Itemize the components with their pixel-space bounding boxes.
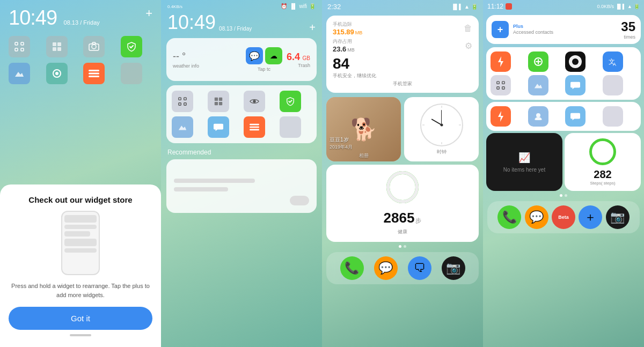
weather-widget[interactable]: -- ° weather info 💬 ☁ Tap tc 6.4 GB Tras…: [166, 38, 317, 81]
p2-app-grid[interactable]: [208, 91, 229, 112]
app-icon-menu[interactable]: [83, 63, 105, 84]
weather-label: weather info: [173, 63, 246, 69]
panel4-time: 11:12: [487, 3, 503, 10]
memory-label: 手机边际: [333, 21, 362, 28]
plus-accessed-widget[interactable]: + Plus Accessed contacts 35 times: [486, 15, 641, 44]
dock-chat[interactable]: 🗨: [408, 256, 431, 280]
p4-dot-1: [560, 194, 562, 197]
dock: 📞 💬 🗨 📷: [326, 252, 479, 284]
app-icon-multi[interactable]: [121, 63, 142, 84]
svg-rect-21: [215, 102, 218, 105]
panel1-plus-button[interactable]: +: [145, 6, 152, 20]
bottom-indicator: [70, 334, 91, 336]
settings-small-icon[interactable]: ⚙: [465, 41, 472, 51]
p4-dock-camera[interactable]: 📷: [606, 205, 630, 229]
svg-point-34: [536, 113, 540, 117]
panel4-dock: 📞 💬 Beta ＋ 📷: [487, 201, 640, 233]
app-icon-camera[interactable]: [83, 36, 105, 57]
dock-messages[interactable]: 💬: [374, 256, 398, 280]
rec-toggle[interactable]: [290, 196, 309, 205]
app-grid-top: 文A: [486, 47, 641, 100]
svg-rect-25: [250, 127, 259, 128]
clock-face: [420, 104, 463, 146]
steps-value: 2865: [384, 210, 415, 226]
accessed-label: Accessed contacts: [513, 29, 553, 36]
two-col-bottom: 📈 No items here yet 282 Steps( steps): [486, 133, 641, 191]
app-icon-chat[interactable]: 💬: [246, 47, 263, 64]
mockup-bar-3: [64, 231, 90, 237]
p2-app-screenshot[interactable]: [172, 91, 193, 112]
dock-phone[interactable]: 📞: [340, 256, 364, 280]
p4-app-eye-dark[interactable]: [565, 51, 586, 72]
p4-dock-beta[interactable]: Beta: [552, 205, 575, 229]
panel1-app-grid: [0, 32, 161, 88]
steps-label: 健康: [335, 228, 470, 235]
tap-label: Tap tc: [258, 67, 270, 72]
p4-app-charge[interactable]: [491, 51, 511, 72]
app-icon-cloud[interactable]: ☁: [265, 47, 282, 64]
got-it-button[interactable]: Got it: [9, 307, 152, 330]
p4-app-charge2[interactable]: [491, 106, 511, 127]
panel2-date: 08.13 / Friday: [219, 26, 252, 32]
app-icon-security[interactable]: [121, 36, 142, 57]
p4-app-plus[interactable]: [528, 51, 548, 72]
svg-rect-0: [15, 42, 18, 45]
svg-rect-20: [219, 98, 222, 101]
p2-app-multi[interactable]: [280, 116, 301, 138]
trash-delete-icon[interactable]: 🗑: [464, 24, 472, 33]
panel2-time-row: 10:49 08.13 / Friday +: [161, 10, 322, 36]
svg-rect-30: [497, 82, 500, 84]
p2-app-orange[interactable]: [244, 116, 265, 138]
p3-battery-icon: 🔋: [471, 4, 478, 10]
p4-app-messages3[interactable]: [565, 106, 586, 127]
p2-app-security[interactable]: [280, 91, 301, 112]
dock-camera[interactable]: 📷: [442, 256, 465, 280]
times-label: times: [621, 34, 635, 40]
p4-dock-add[interactable]: ＋: [579, 205, 602, 229]
p4-app-screenshot2[interactable]: [491, 75, 511, 95]
app-icon-grid[interactable]: [46, 36, 68, 57]
mem-label2: 内存占用: [333, 38, 355, 45]
p4-app-weather[interactable]: [528, 106, 548, 127]
panel4-app-indicator: [506, 3, 512, 10]
recommended-card: [166, 159, 317, 213]
p4-speed-icon: 0.0KB/s: [597, 4, 614, 9]
svg-text:A: A: [613, 62, 616, 67]
panel-3: 2:32 ▐▌▌ ▲ 🔋 手机边际 315.89 MB 🗑 内存占用 23.6: [322, 0, 483, 347]
mockup-bar-4: [64, 239, 97, 246]
p4-app-multi3[interactable]: [603, 106, 623, 127]
panel2-time: 10:49: [167, 11, 216, 34]
p4-dock-messages[interactable]: 💬: [525, 205, 548, 229]
card-description: Press and hold a widget to rearrange. Ta…: [9, 282, 152, 299]
app-icon-circle[interactable]: [46, 63, 68, 84]
app-grid-widget: [166, 85, 317, 143]
app-icon-screenshot[interactable]: [9, 36, 30, 57]
p4-app-messages2[interactable]: [565, 75, 586, 95]
panel3-status-icons: ▐▌▌ ▲ 🔋: [451, 4, 478, 10]
app-icon-mountain[interactable]: [9, 63, 30, 84]
p4-app-translate[interactable]: 文A: [603, 51, 623, 72]
trash-size: 6.4: [287, 51, 300, 62]
clock-tick-6: [441, 142, 442, 144]
panel4-status-icons: 0.0KB/s ▐▌▌ ▲ 🔋: [597, 4, 640, 9]
p4-app-multi2[interactable]: [603, 75, 623, 95]
health-manager-widget[interactable]: 手机边际 315.89 MB 🗑 内存占用 23.6 MB ⚙ 84 手机安全，…: [326, 16, 479, 93]
clock-widget[interactable]: 时钟: [404, 97, 479, 161]
p2-app-eye[interactable]: [244, 91, 265, 112]
p4-dock-phone[interactable]: 📞: [497, 205, 521, 229]
p2-app-mountain[interactable]: [172, 116, 193, 138]
steps-small-widget[interactable]: 282 Steps( steps): [565, 133, 641, 191]
panel-2: 0.4KB/s ⏰ ▐▌ wifi 🔋 10:49 08.13 / Friday…: [161, 0, 322, 347]
mem-value: 23.6: [333, 45, 346, 53]
photo-widget[interactable]: 🐕 豆豆1岁 2019年4月 相册: [326, 97, 401, 161]
p4-app-mountain2[interactable]: [528, 75, 548, 95]
panel-4: 11:12 0.0KB/s ▐▌▌ ▲ 🔋 + Plus Accessed co…: [483, 0, 644, 347]
steps-widget[interactable]: 2865 步 健康: [326, 165, 479, 242]
svg-rect-6: [53, 47, 56, 51]
panel2-plus-button[interactable]: +: [309, 21, 316, 34]
rec-line-2: [174, 187, 228, 191]
p2-app-messages[interactable]: [208, 116, 229, 138]
svg-rect-33: [502, 87, 505, 90]
trash-label: Trash: [298, 63, 310, 68]
clock-tick-12: [441, 106, 442, 108]
